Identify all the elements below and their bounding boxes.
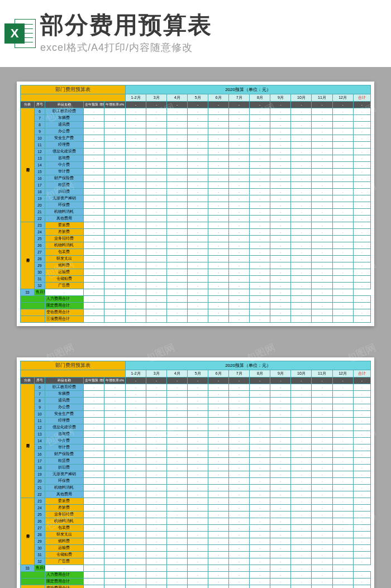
row-id: 24 (35, 505, 45, 511)
row-id: 29 (35, 538, 45, 545)
sheet-preview-2: 部门费用预算表2020预算（单位：元）1-2月3月4月5月6月7月8月9月10月… (17, 357, 374, 588)
row-id: 32 (35, 283, 45, 289)
summary-row: 固定费用合计 (45, 579, 83, 585)
summary-row: 变动费用合计 (45, 309, 83, 316)
table-title: 部门费用预算表 (21, 361, 126, 370)
sub-header: 全年预算 增长额± (83, 102, 104, 108)
row-name: 折旧费 (45, 465, 83, 471)
row-id: 28 (35, 256, 45, 262)
row-name: 机物料消耗 (45, 485, 83, 491)
top-banner: X 部分费用预算表 excel格式/A4打印/内容随意修改 (0, 0, 391, 67)
row-name: 广告费 (45, 283, 83, 289)
row-id: 32 (35, 558, 45, 565)
row-id: 11 (35, 142, 45, 149)
row-id: 21 (35, 209, 45, 216)
row-name: 差旅费 (45, 229, 83, 236)
row-name: 租赁费 (45, 182, 83, 189)
main-title: 部分费用预算表 (40, 13, 387, 37)
row-id: 18 (35, 465, 45, 471)
row-name: 包装费 (45, 525, 83, 532)
row-name: 委派费 (45, 498, 83, 505)
row-id: 22 (35, 216, 45, 222)
row-name: 广告费 (45, 558, 83, 565)
row-id: 10 (35, 135, 45, 142)
month-header: 11月 (312, 370, 332, 377)
row-name: 安全生产费 (45, 411, 83, 418)
row-name: 办公费 (45, 128, 83, 135)
month-header: 8月 (250, 94, 270, 102)
month-header: 6月 (208, 370, 229, 377)
row-id: 29 (35, 262, 45, 269)
row-name: 中介费 (45, 162, 83, 169)
row-id: 24 (35, 229, 45, 236)
row-id: 22 (35, 491, 45, 498)
row-id: 16 (35, 451, 45, 458)
row-id: 20 (35, 202, 45, 209)
table-title: 部门费用预算表 (21, 85, 126, 94)
row-name: 折旧费 (45, 189, 83, 195)
row-name: 售后服务费 (35, 565, 45, 572)
row-id: 16 (35, 175, 45, 182)
row-id: 14 (35, 162, 45, 169)
month-header: 9月 (270, 370, 291, 377)
row-name: 通讯费 (45, 122, 83, 128)
row-name: 仓储贴费 (45, 552, 83, 558)
row-name: 车辆费 (45, 391, 83, 398)
row-id: 30 (35, 269, 45, 276)
row-id: 17 (35, 182, 45, 189)
row-id: 33 (21, 565, 35, 572)
budget-table: 部门费用预算表2020预算（单位：元）1-2月3月4月5月6月7月8月9月10月… (20, 361, 371, 588)
month-header: 6月 (208, 94, 229, 102)
row-id: 33 (21, 289, 35, 296)
summary-row: 三项费用合计 (45, 316, 83, 323)
row-id: 31 (35, 276, 45, 283)
sub-header: 分类 (21, 377, 35, 384)
row-name: 机物料消耗 (45, 518, 83, 525)
row-name: 机物料消耗 (45, 242, 83, 249)
row-id: 23 (35, 222, 45, 229)
row-name: 燃料费 (45, 538, 83, 545)
row-name: 中介费 (45, 438, 83, 444)
row-name: 其他费用 (45, 491, 83, 498)
month-header: 1-2月 (126, 370, 146, 377)
month-header: 12月 (332, 94, 353, 102)
month-header: 7月 (229, 370, 250, 377)
row-name: 咨询费 (45, 431, 83, 438)
row-name: 环保费 (45, 202, 83, 209)
row-id: 25 (35, 236, 45, 242)
row-name: 其他费用 (45, 216, 83, 222)
row-name: 咨询费 (45, 155, 83, 162)
budget-table: 部门费用预算表2020预算（单位：元）1-2月3月4月5月6月7月8月9月10月… (20, 85, 371, 323)
row-id: 17 (35, 458, 45, 465)
month-header: 4月 (167, 94, 188, 102)
summary-row: 变动费用合计 (45, 585, 83, 589)
preview-area: 部门费用预算表2020预算（单位：元）1-2月3月4月5月6月7月8月9月10月… (0, 67, 391, 588)
row-id: 13 (35, 155, 45, 162)
row-name: 审计费 (45, 444, 83, 451)
month-header: 7月 (229, 94, 250, 102)
sub-header: 年增长率±% (104, 102, 126, 108)
sub-header: 全年预算 增长额± (83, 377, 104, 384)
row-name: 无形资产摊销 (45, 195, 83, 202)
row-id: 8 (35, 122, 45, 128)
row-name: 审计费 (45, 169, 83, 175)
row-id: 26 (35, 242, 45, 249)
summary-row: 人力费用合计 (45, 572, 83, 579)
month-header: 3月 (146, 94, 167, 102)
row-id: 14 (35, 438, 45, 444)
row-name: 业务招待费 (45, 236, 83, 242)
row-name: 财产保险费 (45, 451, 83, 458)
row-name: 职工教育经费 (45, 384, 83, 391)
category-label: 变动费用 (21, 222, 35, 289)
row-name: 燃料费 (45, 262, 83, 269)
category-label: 固定费用 (21, 108, 35, 222)
row-id: 13 (35, 431, 45, 438)
row-id: 26 (35, 518, 45, 525)
row-id: 31 (35, 552, 45, 558)
sub-title: excel格式/A4打印/内容随意修改 (40, 41, 387, 54)
total-header: 合计 (353, 94, 370, 102)
row-id: 20 (35, 478, 45, 485)
row-name: 售后服务费 (35, 289, 45, 296)
row-id: 19 (35, 195, 45, 202)
row-id: 27 (35, 249, 45, 256)
